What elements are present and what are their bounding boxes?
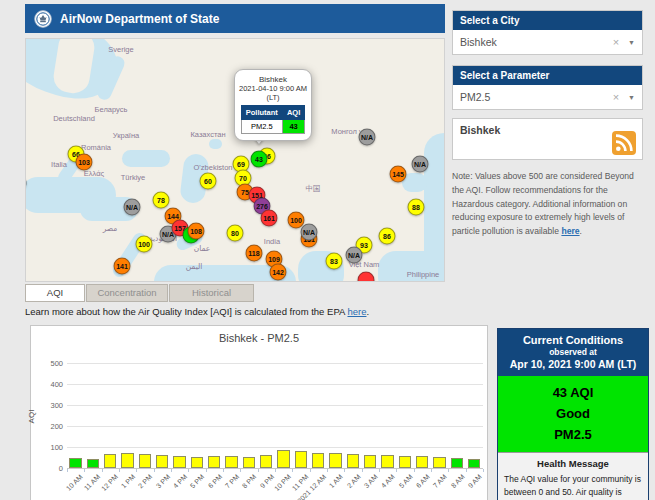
aqi-marker[interactable]: 100: [136, 236, 153, 253]
popup-aqi-header: AQI: [282, 106, 304, 120]
chart-bar[interactable]: [208, 456, 221, 468]
tab-historical[interactable]: Historical: [169, 284, 254, 302]
city-chevron-down-icon[interactable]: ▼: [628, 39, 635, 46]
chart-bar[interactable]: [139, 454, 152, 468]
chart-x-tick: [414, 469, 415, 472]
chart-x-tick-label: 9 AM: [467, 473, 483, 489]
aqi-marker[interactable]: 80: [227, 225, 244, 242]
parameter-dropdown[interactable]: PM2.5 × ▼: [453, 85, 642, 109]
aqi-marker[interactable]: 86: [379, 228, 396, 245]
popup-pollutant-value: PM2.5: [241, 120, 282, 134]
chart-bar[interactable]: [381, 455, 394, 468]
chart-bar[interactable]: [69, 458, 82, 468]
chart-x-tick-label: 5 AM: [397, 473, 413, 489]
aqi-marker[interactable]: 83: [326, 253, 343, 270]
current-aqi-block: 43 AQI Good PM2.5: [498, 376, 648, 453]
aqi-marker[interactable]: 145: [390, 166, 407, 183]
parameter-chevron-down-icon[interactable]: ▼: [628, 94, 635, 101]
chart-bar[interactable]: [451, 458, 464, 468]
aqi-world-map[interactable]: SverigeБеларусьDeutschlandУкраїнаRománia…: [25, 38, 445, 282]
aqi-marker[interactable]: 161: [261, 210, 278, 227]
popup-aqi-table: Pollutant AQI PM2.5 43: [241, 105, 305, 134]
chart-bar[interactable]: [295, 451, 308, 468]
chart-x-tick-label: 1 AM: [328, 473, 344, 489]
chart-bar[interactable]: [260, 455, 273, 468]
chart-bar[interactable]: [191, 457, 204, 468]
aqi-marker[interactable]: 108: [188, 223, 205, 240]
aqi-marker[interactable]: N/A: [359, 129, 376, 146]
aqi-marker[interactable]: 142: [270, 264, 287, 281]
chart-bar[interactable]: [173, 456, 186, 468]
map-country-label: O'zbekiston: [194, 163, 233, 172]
chart-bar[interactable]: [156, 455, 169, 468]
chart-x-tick: [188, 469, 189, 472]
note-text-after: .: [580, 226, 582, 236]
aqi-marker[interactable]: N/A: [124, 199, 141, 216]
parameter-clear-icon[interactable]: ×: [613, 91, 619, 103]
chart-y-tick-label: 100: [37, 443, 63, 452]
map-country-label: Italia: [51, 160, 67, 169]
current-conditions-header: Current Conditions observed at Apr 10, 2…: [498, 329, 648, 376]
select-city-label: Select a City: [453, 11, 642, 30]
map-water: [122, 150, 170, 167]
map-water: [424, 133, 445, 282]
chart-x-tick: [102, 469, 103, 472]
chart-x-tick: [310, 469, 311, 472]
city-clear-icon[interactable]: ×: [613, 36, 619, 48]
map-country-label: Philippine: [407, 270, 440, 279]
chart-x-tick-label: 3 PM: [154, 473, 171, 490]
chart-bar[interactable]: [225, 456, 238, 468]
chart-x-tick-label: 1 PM: [120, 473, 137, 490]
chart-x-tick: [223, 469, 224, 472]
observed-datetime: Apr 10, 2021 9:00 AM (LT): [500, 358, 646, 370]
chart-bar[interactable]: [433, 457, 446, 468]
chart-x-tick: [84, 469, 85, 472]
chart-x-tick: [240, 469, 241, 472]
map-water: [209, 139, 222, 149]
select-city-panel: Select a City Bishkek × ▼: [452, 10, 643, 55]
chart-bar[interactable]: [121, 453, 134, 468]
chart-bar[interactable]: [329, 453, 342, 468]
chart-gridline: [67, 405, 483, 406]
popup-city: Bishkek: [238, 75, 308, 84]
aqi-marker[interactable]: N/A: [412, 156, 429, 173]
city-dropdown[interactable]: Bishkek × ▼: [453, 30, 642, 54]
tab-aqi[interactable]: AQI: [25, 284, 85, 302]
chart-bar[interactable]: [416, 456, 429, 468]
current-aqi-category: Good: [498, 404, 648, 425]
chart-y-tick-label: 300: [37, 401, 63, 410]
rss-icon[interactable]: [612, 131, 636, 155]
aqi-marker[interactable]: 103: [76, 154, 93, 171]
chart-x-tick: [136, 469, 137, 472]
chart-bar[interactable]: [364, 455, 377, 468]
city-feed-box: Bishkek: [452, 118, 643, 160]
chart-bar[interactable]: [399, 456, 412, 468]
aqi-marker[interactable]: 141: [114, 258, 131, 275]
chart-x-tick-label: 8 PM: [241, 473, 258, 490]
chart-bar[interactable]: [468, 459, 481, 468]
chart-x-tick-label: 10 AM: [65, 473, 84, 492]
chart-x-tick: [275, 469, 276, 472]
aqi-marker[interactable]: N/A: [346, 247, 363, 264]
aqi-marker[interactable]: 78: [153, 192, 170, 209]
aqi-marker[interactable]: N/A: [301, 224, 318, 241]
tab-concentration[interactable]: Concentration: [86, 284, 168, 302]
aqi-marker[interactable]: 60: [200, 173, 217, 190]
chart-bar[interactable]: [104, 454, 117, 468]
aqi-marker[interactable]: 43: [251, 151, 268, 168]
aqi-marker[interactable]: [358, 272, 375, 283]
chart-bar[interactable]: [87, 459, 100, 468]
chart-bar[interactable]: [347, 454, 360, 468]
aqi-marker[interactable]: 88: [408, 199, 425, 216]
chart-gridline: [67, 384, 483, 385]
chart-bar[interactable]: [277, 450, 290, 468]
chart-x-tick: [327, 469, 328, 472]
epa-here-link[interactable]: here: [347, 306, 366, 317]
chart-bar[interactable]: [243, 457, 256, 468]
chart-y-tick-label: 0: [37, 464, 63, 473]
chart-x-tick-label: 6 AM: [415, 473, 431, 489]
note-here-link[interactable]: here: [561, 226, 579, 236]
chart-bar[interactable]: [312, 453, 325, 468]
aqi-marker[interactable]: 118: [246, 245, 263, 262]
view-tabs: AQI Concentration Historical: [25, 284, 445, 302]
